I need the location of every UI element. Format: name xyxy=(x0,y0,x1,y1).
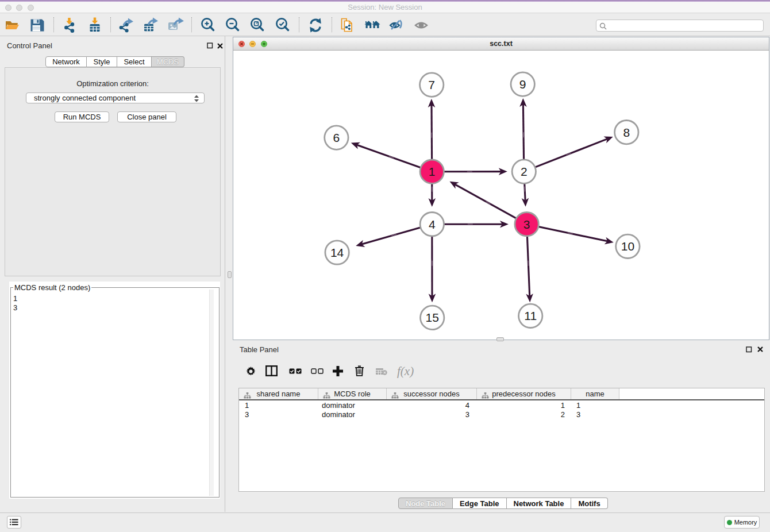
svg-text:3: 3 xyxy=(523,218,530,231)
svg-text:8: 8 xyxy=(623,126,630,139)
svg-text:11: 11 xyxy=(524,309,537,322)
svg-text:7: 7 xyxy=(428,78,435,91)
svg-text:4: 4 xyxy=(429,218,436,231)
svg-text:15: 15 xyxy=(426,311,439,324)
svg-text:2: 2 xyxy=(521,165,528,178)
svg-text:14: 14 xyxy=(330,246,344,259)
svg-text:1: 1 xyxy=(429,165,436,178)
svg-text:9: 9 xyxy=(519,78,526,91)
svg-text:10: 10 xyxy=(621,240,634,253)
svg-text:6: 6 xyxy=(333,131,340,144)
